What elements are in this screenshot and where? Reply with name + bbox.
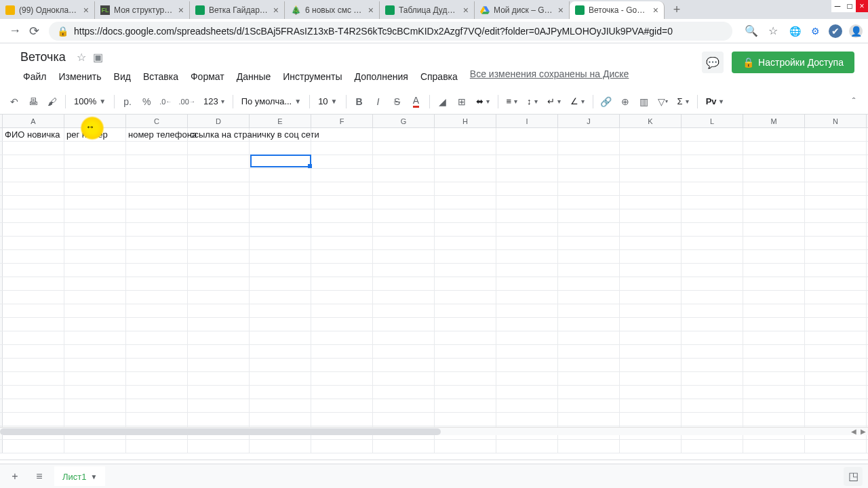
cell[interactable]: [188, 372, 250, 385]
cell[interactable]: [311, 440, 373, 453]
cell[interactable]: [805, 169, 867, 182]
col-header[interactable]: M: [743, 115, 805, 127]
cell[interactable]: [805, 223, 867, 236]
cell[interactable]: [496, 277, 558, 290]
cell[interactable]: [682, 169, 743, 182]
cell[interactable]: [805, 331, 867, 344]
cell[interactable]: [435, 209, 496, 222]
cell[interactable]: [373, 345, 435, 358]
cell[interactable]: [682, 359, 743, 371]
cell[interactable]: [435, 359, 496, 371]
cell[interactable]: [373, 128, 435, 141]
menu-format[interactable]: Формат: [185, 68, 230, 85]
cell[interactable]: [620, 345, 682, 358]
profile-avatar[interactable]: 👤: [849, 24, 863, 38]
cell[interactable]: [496, 372, 558, 385]
cell[interactable]: [64, 304, 126, 317]
cell[interactable]: [250, 250, 311, 263]
cell[interactable]: [496, 196, 558, 209]
collapse-toolbar-button[interactable]: ˆ: [845, 93, 863, 110]
cell[interactable]: [373, 209, 435, 222]
cell[interactable]: [126, 196, 188, 209]
functions-button[interactable]: Σ▾: [673, 96, 693, 106]
cell[interactable]: [188, 304, 250, 317]
cell[interactable]: [682, 386, 743, 399]
cell[interactable]: [435, 264, 496, 277]
text-color-button[interactable]: A: [408, 93, 425, 110]
cell[interactable]: [682, 291, 743, 304]
cell[interactable]: [64, 359, 126, 371]
cell[interactable]: [558, 182, 620, 195]
cell[interactable]: [3, 155, 64, 168]
cell[interactable]: рег номер: [64, 128, 126, 141]
cell[interactable]: [3, 277, 64, 290]
cell[interactable]: [496, 128, 558, 141]
wrap-button[interactable]: ↵▾: [543, 96, 565, 106]
cell[interactable]: [250, 142, 311, 155]
cell[interactable]: [373, 291, 435, 304]
cell[interactable]: [250, 331, 311, 344]
cell[interactable]: [188, 291, 250, 304]
cell[interactable]: [250, 223, 311, 236]
cell[interactable]: [620, 196, 682, 209]
cell[interactable]: [682, 182, 743, 195]
cell[interactable]: [64, 237, 126, 249]
print-button[interactable]: 🖶: [24, 93, 42, 110]
cell[interactable]: [743, 359, 805, 371]
cell[interactable]: [373, 155, 435, 168]
cell[interactable]: [743, 155, 805, 168]
cell[interactable]: [435, 196, 496, 209]
url-input[interactable]: 🔒 https://docs.google.com/spreadsheets/d…: [49, 22, 732, 41]
font-size-select[interactable]: 10▼: [314, 96, 341, 106]
cell[interactable]: [250, 237, 311, 249]
cell[interactable]: [805, 182, 867, 195]
currency-button[interactable]: р.: [119, 93, 136, 110]
cell[interactable]: [311, 277, 373, 290]
cell[interactable]: [496, 345, 558, 358]
cell[interactable]: [3, 372, 64, 385]
reload-button[interactable]: ⟳: [24, 22, 43, 41]
cell[interactable]: [126, 182, 188, 195]
cell[interactable]: [620, 399, 682, 412]
cell[interactable]: [620, 155, 682, 168]
cell[interactable]: [311, 264, 373, 277]
bold-button[interactable]: B: [351, 93, 368, 110]
cell[interactable]: [620, 372, 682, 385]
cell[interactable]: [126, 209, 188, 222]
cell[interactable]: [435, 386, 496, 399]
cell[interactable]: [311, 331, 373, 344]
cell[interactable]: [126, 142, 188, 155]
cell[interactable]: [435, 128, 496, 141]
browser-tab[interactable]: (99) Одноклассни×: [0, 1, 95, 19]
cell[interactable]: [64, 291, 126, 304]
cell[interactable]: [805, 291, 867, 304]
all-sheets-button[interactable]: ≡: [30, 467, 49, 486]
cell[interactable]: [805, 128, 867, 141]
cell[interactable]: [805, 196, 867, 209]
saved-status-link[interactable]: Все изменения сохранены на Диске: [470, 68, 629, 85]
menu-view[interactable]: Вид: [108, 68, 136, 85]
cell[interactable]: [805, 250, 867, 263]
cell[interactable]: [311, 291, 373, 304]
scrollbar-thumb[interactable]: [0, 428, 441, 435]
cell[interactable]: [311, 209, 373, 222]
cell[interactable]: [743, 304, 805, 317]
cell[interactable]: [64, 264, 126, 277]
cell[interactable]: [743, 237, 805, 249]
cell[interactable]: [743, 209, 805, 222]
cell[interactable]: [188, 237, 250, 249]
cell[interactable]: [311, 223, 373, 236]
cell[interactable]: [496, 304, 558, 317]
cell[interactable]: [620, 413, 682, 426]
cell[interactable]: [188, 169, 250, 182]
cell[interactable]: [64, 440, 126, 453]
cell[interactable]: [3, 359, 64, 371]
cell[interactable]: [682, 413, 743, 426]
undo-button[interactable]: ↶: [5, 93, 23, 110]
cell[interactable]: [188, 250, 250, 263]
cell[interactable]: [682, 277, 743, 290]
cell[interactable]: [682, 250, 743, 263]
cell[interactable]: [805, 399, 867, 412]
cell[interactable]: [188, 209, 250, 222]
col-header[interactable]: D: [188, 115, 250, 127]
